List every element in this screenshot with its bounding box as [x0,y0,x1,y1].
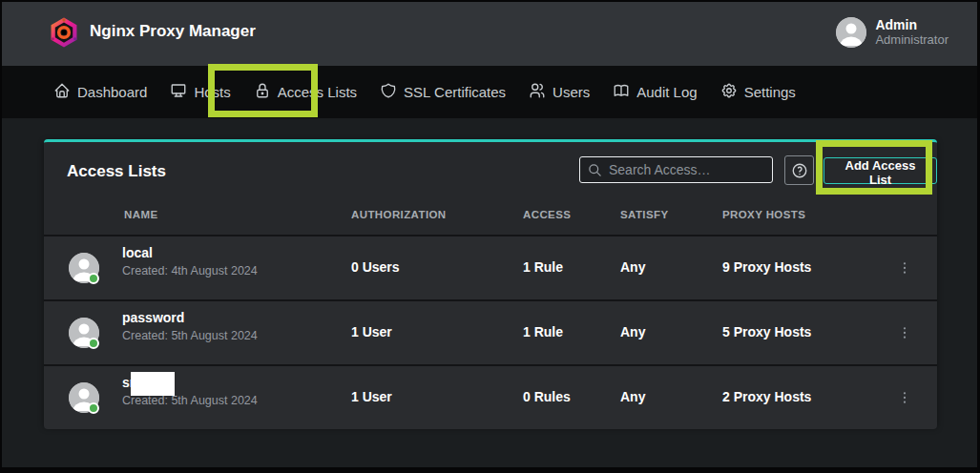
proxy-hosts-value: 9 Proxy Hosts [722,259,811,275]
nav-label: Audit Log [636,84,697,100]
app-header: Nginx Proxy Manager Admin Administrator [0,0,980,66]
main-nav: Dashboard Hosts Access Lists SSL Certifi… [0,66,980,118]
lock-icon [254,82,271,102]
table-row[interactable]: password Created: 5th August 2024 1 User… [44,301,937,364]
user-avatar [836,17,866,48]
circled-question-icon [791,162,808,179]
add-access-list-button[interactable]: Add Access List [824,157,937,184]
status-dot [88,338,99,349]
proxy-hosts-value: 5 Proxy Hosts [722,324,811,339]
nav-item-hosts[interactable]: Hosts [158,74,241,110]
created-date: Created: 5th August 2024 [122,329,258,342]
page-title: Access Lists [67,162,166,181]
nav-item-ssl-certificates[interactable]: SSL Certificates [368,74,517,110]
authorization-value: 1 User [351,389,392,404]
user-role: Administrator [875,32,949,48]
satisfy-value: Any [620,389,645,404]
app-logo-icon [48,16,80,49]
home-icon [53,82,71,102]
monitor-icon [170,82,187,102]
status-dot [88,273,99,284]
column-header-proxy-hosts: PROXY HOSTS [722,209,805,220]
book-icon [613,82,630,102]
authorization-value: 1 User [351,324,392,339]
column-header-access: ACCESS [523,209,571,220]
user-name: Admin [875,17,949,32]
access-lists-panel: Access Lists Add Access List NAME AUTHOR… [44,139,937,426]
nav-label: Settings [744,84,796,100]
redaction-box [131,372,175,396]
nav-item-settings[interactable]: Settings [709,74,807,110]
access-list-name: local [122,245,153,260]
access-value: 0 Rules [523,389,571,404]
table-header: NAME AUTHORIZATION ACCESS SATISFY PROXY … [44,195,937,235]
row-menu-kebab-icon[interactable] [893,321,916,344]
nav-label: Access Lists [278,84,357,100]
satisfy-value: Any [620,324,645,339]
status-dot [88,402,99,414]
search-input[interactable] [609,162,764,177]
screen: Nginx Proxy Manager Admin Administrator … [0,0,980,473]
user-menu[interactable]: Admin Administrator [836,17,949,48]
authorization-value: 0 Users [351,259,400,275]
created-date: Created: 5th August 2024 [122,394,258,407]
access-value: 1 Rule [523,259,563,275]
row-menu-kebab-icon[interactable] [893,257,916,279]
table-row[interactable]: sn Created: 5th August 2024 1 User 0 Rul… [44,366,937,429]
proxy-hosts-value: 2 Proxy Hosts [722,389,811,404]
help-button[interactable] [784,155,814,185]
created-date: Created: 4th August 2024 [122,264,258,278]
row-menu-kebab-icon[interactable] [893,386,916,409]
nav-label: Hosts [194,84,230,100]
nav-label: Users [553,84,590,100]
gear-icon [720,82,738,102]
nav-item-access-lists[interactable]: Access Lists [242,74,368,110]
nav-item-users[interactable]: Users [517,74,601,110]
nav-label: Dashboard [77,84,147,100]
search-icon [588,163,602,177]
users-icon [529,82,546,102]
table-row[interactable]: local Created: 4th August 2024 0 Users 1… [44,236,937,299]
search-box [579,156,773,183]
column-header-name: NAME [124,209,157,220]
nav-label: SSL Certificates [404,84,506,100]
screen-border [0,467,980,473]
column-header-authorization: AUTHORIZATION [351,209,447,220]
nav-item-audit-log[interactable]: Audit Log [601,74,708,110]
column-header-satisfy: SATISFY [620,209,669,220]
satisfy-value: Any [620,259,645,275]
app-title: Nginx Proxy Manager [90,22,256,41]
access-value: 1 Rule [523,324,563,339]
nav-item-dashboard[interactable]: Dashboard [42,74,158,110]
shield-icon [380,82,397,102]
access-list-name: password [122,310,184,325]
